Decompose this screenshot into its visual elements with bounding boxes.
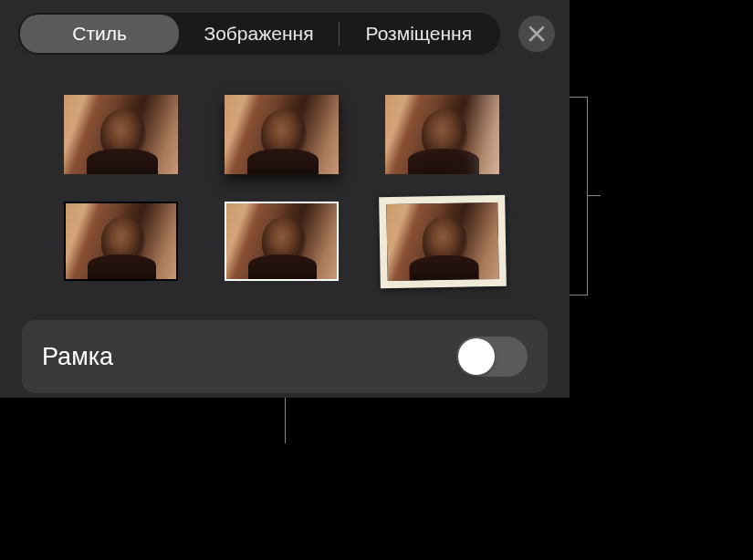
close-button[interactable] <box>518 16 555 52</box>
segmented-control: Стиль Зображення Розміщення <box>18 13 500 55</box>
preset-thumbnail <box>379 195 507 288</box>
callout-bracket-right <box>570 97 588 296</box>
tab-layout[interactable]: Розміщення <box>340 15 498 53</box>
preset-thumbnail <box>64 95 178 174</box>
style-preset-black-border[interactable] <box>64 202 178 281</box>
close-icon <box>528 26 545 42</box>
frame-row[interactable]: Рамка <box>22 320 548 393</box>
frame-label: Рамка <box>42 343 113 371</box>
callout-tick-right <box>588 195 601 196</box>
preset-thumbnail <box>225 95 339 174</box>
style-preset-white-border[interactable] <box>225 202 339 281</box>
tab-image[interactable]: Зображення <box>179 15 338 53</box>
style-preset-reflection[interactable] <box>385 95 499 174</box>
preset-thumbnail <box>385 95 499 174</box>
style-preset-shadow[interactable] <box>225 95 339 174</box>
style-preset-grid <box>0 67 570 306</box>
panel-header: Стиль Зображення Розміщення <box>0 0 570 67</box>
tab-style[interactable]: Стиль <box>20 15 179 53</box>
preset-thumbnail <box>225 202 339 281</box>
frame-toggle[interactable] <box>456 337 528 377</box>
format-panel: Стиль Зображення Розміщення <box>0 0 570 398</box>
style-preset-none[interactable] <box>64 95 178 174</box>
style-preset-photo-frame[interactable] <box>380 196 506 287</box>
toggle-knob <box>458 338 495 375</box>
preset-thumbnail <box>64 202 178 281</box>
callout-line-bottom <box>285 398 286 443</box>
